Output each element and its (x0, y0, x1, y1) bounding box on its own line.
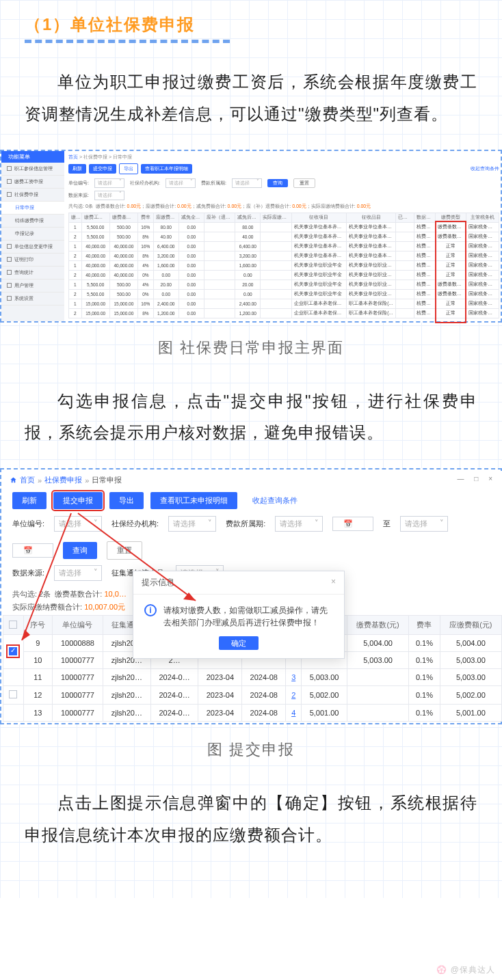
cell: 5,003.00 (302, 669, 347, 686)
sidebar-item[interactable]: 用户管理 (1, 280, 64, 292)
period-select[interactable]: 请选择 (232, 178, 262, 188)
modal-body: 请核对缴费人数，如需做职工减员操作，请先去相关部门办理减员后再进行社保费申报！ (163, 604, 333, 629)
cell (204, 308, 235, 318)
period-to[interactable]: 请选择 (400, 516, 448, 532)
org-select[interactable]: 请选择 (166, 178, 196, 188)
cell (3, 669, 24, 686)
cell: 1 (69, 280, 82, 289)
highlight-payment-type-column (435, 221, 466, 323)
sidebar-subitem[interactable]: 日常申报 (1, 202, 64, 215)
count-link[interactable]: 2 (286, 686, 302, 705)
cell: 2024-0… (150, 705, 198, 722)
cell: 40,000.00 (109, 270, 137, 280)
screenshot-1: 功能菜单 职工参保信息管理缴费工资申报社保费申报日常申报特殊缴费申报申报记录单位… (1, 151, 502, 321)
col-header: 费率 (138, 213, 154, 222)
period-from-date[interactable]: 📅 (332, 517, 373, 531)
sidebar-subitem[interactable]: 申报记录 (1, 228, 64, 241)
sidebar-item[interactable]: 查询统计 (1, 267, 64, 280)
cell: 3,200.00 (153, 251, 179, 260)
cell: 核费生成 (414, 232, 436, 241)
crumb-home[interactable]: 首页 (68, 154, 78, 159)
select-all-checkbox[interactable] (9, 621, 17, 629)
sum-net-value: 10,007.00元 (84, 603, 125, 611)
cell: 40,000.00 (81, 260, 109, 270)
cell (396, 232, 414, 241)
submit-button-2[interactable]: 提交申报 (53, 492, 103, 509)
cell: 国家税务总局厦门市翔 (466, 251, 499, 260)
view-detail-button-2[interactable]: 查看职工未申报明细 (150, 492, 237, 509)
source-select[interactable]: 请选择 (94, 191, 124, 200)
cell (347, 686, 408, 705)
reset-button[interactable]: 重置 (293, 178, 315, 188)
refresh-button-2[interactable]: 刷新 (12, 492, 47, 509)
crumb-mid[interactable]: 社保费申报 (83, 154, 107, 159)
query-button-2[interactable]: 查询 (63, 542, 97, 559)
cell (204, 260, 235, 270)
col-header: 应补（退）费额(元) (204, 213, 235, 222)
cell: 1 (69, 299, 82, 308)
period-to-date[interactable]: 📅 (12, 543, 53, 558)
col-header: 应缴费额(元) (153, 213, 179, 222)
source-select-2[interactable]: 请选择 (54, 565, 102, 581)
sidebar-item[interactable]: 单位信息变更申报 (1, 241, 64, 254)
screenshot-2: — □ × 首页 » 社保费申报 » 日常申报 刷新 提交申报 导出 查看职工未… (3, 471, 502, 722)
export-button[interactable]: 导出 (119, 163, 138, 174)
cell: 0.00 (179, 222, 204, 232)
reset-button-2[interactable]: 重置 (107, 541, 142, 560)
cell (396, 299, 414, 308)
refresh-button[interactable]: 刷新 (68, 164, 86, 174)
sidebar-item[interactable]: 系统设置 (1, 292, 64, 305)
crumb-home-2[interactable]: 首页 (20, 475, 35, 485)
sidebar-item[interactable]: 证明打印 (1, 254, 64, 267)
col-header: 实际应缴费额(元) (261, 213, 291, 222)
home-icon[interactable] (10, 476, 17, 484)
count-link[interactable]: 4 (286, 705, 302, 722)
submit-button[interactable]: 提交申报 (89, 164, 116, 174)
window-buttons[interactable]: — □ × (458, 475, 497, 482)
row-checkbox[interactable] (9, 647, 17, 655)
query-button[interactable]: 查询 (267, 179, 288, 187)
caption-1: 图 社保费日常申报主界面 (0, 338, 502, 358)
close-icon[interactable]: × (331, 577, 336, 588)
table-row[interactable]: 1310000777zjlsh20…2024-0…2023-042024-084… (3, 705, 502, 722)
period-to-label: 至 (383, 519, 391, 529)
row-checkbox[interactable] (9, 690, 17, 698)
cell: 机关事业单位基本养老保… (347, 232, 396, 241)
collapse-link[interactable]: 收起查询条件 (471, 165, 499, 172)
count-link[interactable]: 3 (286, 669, 302, 686)
unit-select-2[interactable]: 请选择 (54, 516, 102, 532)
cell: 12 (23, 686, 52, 705)
cell: 40.00 (235, 232, 261, 241)
cell (261, 251, 291, 260)
cell: 国家税务总局厦门市翔 (466, 241, 499, 251)
section-underline (25, 40, 230, 43)
view-detail-button[interactable]: 查看职工本年报明细 (141, 164, 192, 174)
cell (204, 241, 235, 251)
collapse-link-2[interactable]: 收起查询条件 (252, 495, 298, 506)
confirm-button[interactable]: 确定 (219, 636, 259, 650)
period-from[interactable]: 请选择 (275, 516, 323, 532)
sidebar-subitem[interactable]: 特殊缴费申报 (1, 215, 64, 228)
org-select-2[interactable]: 请选择 (168, 516, 216, 532)
table-row[interactable]: 1110000777zjlsh20…2024-0…2023-042024-083… (3, 669, 502, 686)
org-label-2: 社保经办机构: (111, 519, 159, 529)
cell: 10000888 (52, 635, 103, 652)
unit-select[interactable]: 请选择 (94, 178, 124, 188)
cell (204, 251, 235, 260)
cell: 0.1% (409, 669, 440, 686)
cell: 5,002.00 (440, 686, 501, 705)
cell: 4% (138, 260, 154, 270)
sidebar-item[interactable]: 社保费申报 (1, 189, 64, 202)
crumb-current: 日常申报 (113, 154, 132, 159)
sidebar-item[interactable]: 职工参保信息管理 (1, 163, 64, 176)
table-row[interactable]: 1210000777zjlsh20…2024-0…2023-042024-082… (3, 686, 502, 705)
sidebar-title: 功能菜单 (8, 153, 30, 161)
crumb-mid-2[interactable]: 社保费申报 (44, 475, 82, 485)
sidebar-item[interactable]: 缴费工资申报 (1, 176, 64, 189)
cell: 0.00 (179, 241, 204, 251)
cell: 20.00 (153, 280, 179, 289)
cell: 0.00 (179, 308, 204, 318)
export-button-2[interactable]: 导出 (109, 492, 144, 509)
cell: 11 (23, 669, 52, 686)
cell (204, 270, 235, 280)
